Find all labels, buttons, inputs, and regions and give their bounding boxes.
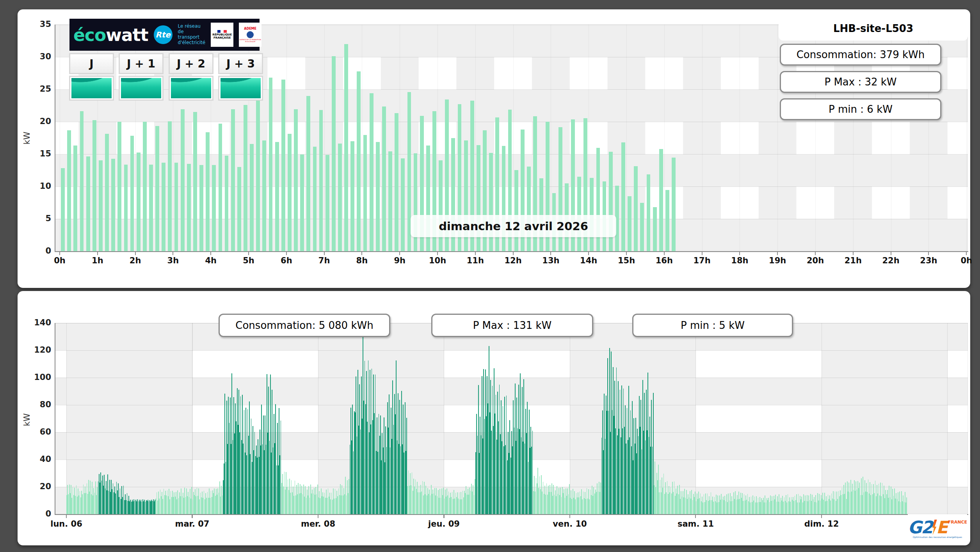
y-tick-label: 40 xyxy=(28,454,51,464)
ademe-title: ADEME xyxy=(244,27,256,30)
x-tick-label: dim. 12 xyxy=(800,519,843,529)
daily-consumption-bar xyxy=(168,121,172,251)
daily-consumption-bar xyxy=(111,159,115,251)
day-button-j2[interactable]: J + 2 xyxy=(169,53,213,74)
g2e-logo: G2 E FRANCE Optimisation des ressources … xyxy=(908,514,967,544)
day-button-j1[interactable]: J + 1 xyxy=(119,53,164,74)
x-tick-label: 2h xyxy=(122,256,149,265)
ecowatt-signal-image xyxy=(121,78,161,98)
x-tick-label: 0h xyxy=(953,256,980,265)
daily-consumption-bar xyxy=(319,110,323,251)
daily-consumption-bar xyxy=(357,71,361,251)
daily-consumption-bar xyxy=(653,207,657,251)
daily-y-axis-unit: kW xyxy=(22,132,32,145)
daily-consumption-bar xyxy=(130,136,134,251)
x-tick-label: 15h xyxy=(613,256,640,265)
ecowatt-logo: écowatt Rte Le réseau de transport d'éle… xyxy=(69,19,260,51)
x-tick-label: 5h xyxy=(235,256,262,265)
x-tick-label: 17h xyxy=(688,256,716,265)
daily-pmin-stat: P min : 6 kW xyxy=(780,98,941,120)
daily-consumption-bar xyxy=(350,141,354,251)
daily-consumption-bar xyxy=(640,203,644,251)
daily-consumption-bar xyxy=(527,167,531,251)
x-tick-label: 12h xyxy=(500,256,527,265)
daily-consumption-bar xyxy=(647,174,651,251)
y-tick-label: 30 xyxy=(28,52,51,61)
rte-tagline-line3: d'électricité xyxy=(178,40,206,46)
republique-line2: FRANÇAISE xyxy=(212,37,232,40)
daily-consumption-bar xyxy=(250,144,254,251)
daily-consumption-bar xyxy=(225,156,229,251)
x-tick-label: 21h xyxy=(839,256,867,265)
ecowatt-signal-image xyxy=(71,78,112,98)
daily-consumption-bar xyxy=(244,105,247,251)
day-button-j3[interactable]: J + 3 xyxy=(218,53,263,74)
x-tick-label: 6h xyxy=(273,256,300,265)
weekly-pmax-stat: P Max : 131 kW xyxy=(431,314,593,337)
rte-logo: Rte xyxy=(154,25,173,44)
y-tick-label: 60 xyxy=(28,427,51,437)
daily-consumption-bar xyxy=(187,164,191,251)
daily-consumption-bar xyxy=(269,78,273,251)
daily-consumption-bar xyxy=(401,158,405,252)
site-title: LHB-site-L503 xyxy=(779,16,968,41)
x-tick-label: 1h xyxy=(84,256,111,265)
daily-consumption-bar xyxy=(137,153,141,251)
daily-consumption-bar xyxy=(162,163,165,251)
ecowatt-eco-text: éco xyxy=(73,25,106,45)
y-tick-label: 10 xyxy=(28,181,51,191)
ecowatt-signal-j[interactable] xyxy=(69,76,114,101)
daily-consumption-bar xyxy=(376,142,380,251)
x-tick-label: 10h xyxy=(424,256,451,265)
daily-consumption-bar xyxy=(382,106,386,251)
weekly-consumption-stat: Consommation: 5 080 kWh xyxy=(219,314,390,337)
day-button-j[interactable]: J xyxy=(69,53,114,74)
daily-consumption-bar xyxy=(199,165,203,251)
daily-chart-card: kW écowatt Rte Le réseau de transport d'… xyxy=(18,9,970,288)
energy-dashboard: { "page": { "background": "#4c4c4c" }, "… xyxy=(0,0,980,552)
daily-y-axis-line xyxy=(55,25,55,252)
daily-consumption-bar xyxy=(212,165,216,251)
daily-consumption-bar xyxy=(237,167,241,251)
ecowatt-signal-j1[interactable] xyxy=(119,76,164,101)
daily-consumption-bar xyxy=(344,44,348,251)
daily-consumption-bar xyxy=(672,158,676,251)
y-tick-label: 25 xyxy=(28,84,51,94)
french-flag-icon xyxy=(217,30,227,33)
daily-consumption-bar xyxy=(275,142,279,251)
x-tick-label: 18h xyxy=(726,256,753,265)
x-tick-label: 7h xyxy=(311,256,338,265)
ademe-logo: ADEME AGENCE DE LA TRANSITION ÉCOLOGIQUE xyxy=(239,23,261,47)
y-tick-label: 20 xyxy=(28,117,51,126)
daily-consumption-bar xyxy=(219,124,222,251)
x-tick-label: sam. 11 xyxy=(674,519,717,529)
y-tick-label: 140 xyxy=(28,318,51,327)
g2e-france-text: FRANCE xyxy=(948,520,967,525)
x-tick-label: 20h xyxy=(802,256,829,265)
rte-tagline: Le réseau de transport d'électricité xyxy=(178,24,206,45)
daily-consumption-bar xyxy=(363,135,367,251)
y-tick-label: 100 xyxy=(28,373,51,382)
x-tick-label: 14h xyxy=(575,256,602,265)
daily-consumption-bar xyxy=(577,177,581,251)
weekly-y-axis-line xyxy=(55,323,55,515)
ecowatt-signal-j2[interactable] xyxy=(169,76,213,101)
daily-consumption-bar xyxy=(332,56,336,251)
republique-text: RÉPUBLIQUE FRANÇAISE xyxy=(212,34,232,39)
daily-consumption-bar xyxy=(67,130,71,251)
ecowatt-signal-j3[interactable] xyxy=(218,76,263,101)
daily-consumption-bar xyxy=(262,140,266,251)
daily-consumption-bar xyxy=(300,154,304,251)
daily-consumption-bar xyxy=(325,155,329,251)
y-tick-label: 5 xyxy=(28,214,51,223)
rte-tagline-line1: Le réseau xyxy=(178,24,206,29)
x-tick-label: 11h xyxy=(462,256,489,265)
x-tick-label: 22h xyxy=(877,256,905,265)
daily-consumption-bar xyxy=(124,165,128,251)
daily-consumption-bar xyxy=(181,109,185,251)
y-tick-label: 80 xyxy=(28,400,51,409)
weekly-x-ticks xyxy=(55,515,968,518)
daily-consumption-stat: Consommation: 379 kWh xyxy=(780,44,941,66)
ecowatt-watt-text: watt xyxy=(106,25,148,45)
x-tick-label: lun. 06 xyxy=(45,519,88,529)
